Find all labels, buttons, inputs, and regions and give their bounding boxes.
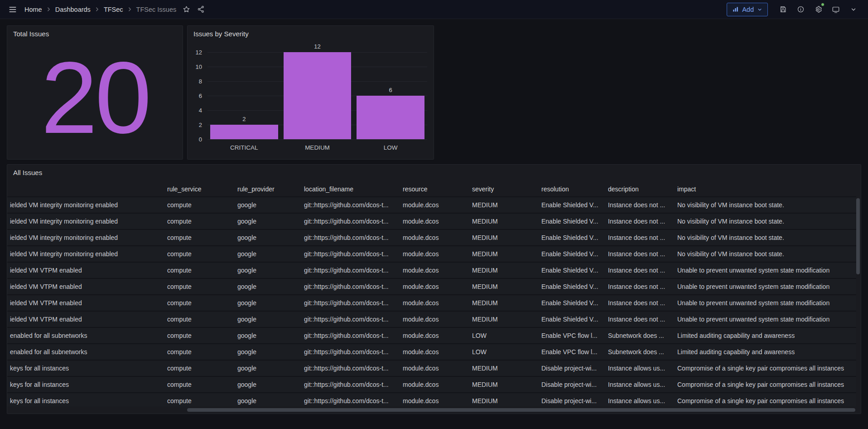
vertical-scrollbar-thumb[interactable]: [856, 198, 860, 274]
table-cell: Enable VPC flow l...: [537, 332, 603, 339]
table-cell: compute: [163, 381, 233, 388]
table-cell: MEDIUM: [468, 299, 537, 307]
table-cell: google: [233, 218, 299, 225]
breadcrumb-item-home[interactable]: Home: [24, 6, 42, 13]
table-cell: git::https://github.com/dcos-t...: [299, 234, 398, 241]
breadcrumb-item-tfsec[interactable]: TFSec: [104, 6, 123, 13]
share-button[interactable]: [193, 2, 208, 17]
navbar-more-button[interactable]: [846, 2, 861, 17]
table-cell: git::https://github.com/dcos-t...: [299, 397, 398, 405]
table-cell: Disable project-wi...: [537, 365, 603, 372]
column-header-severity[interactable]: severity: [468, 185, 537, 193]
y-axis-tick-label: 0: [199, 136, 202, 143]
navbar-left: HomeDashboardsTFSecTFSec Issues: [5, 2, 208, 17]
table-row: ielded VM VTPM enabledcomputegooglegit::…: [7, 279, 856, 295]
table-cell: module.dcos: [398, 299, 468, 307]
table-cell: google: [233, 283, 299, 290]
share-icon: [197, 5, 205, 13]
table-cell: ielded VM integrity monitoring enabled: [7, 218, 163, 225]
table-cell: ielded VM integrity monitoring enabled: [7, 201, 163, 209]
table-cell: Instance does not ...: [603, 234, 673, 241]
x-axis-labels: CRITICALMEDIUMLOW: [207, 144, 427, 152]
add-panel-icon: [732, 6, 739, 13]
table-cell: google: [233, 201, 299, 209]
table-cell: git::https://github.com/dcos-t...: [299, 299, 398, 307]
table-cell: Instance does not ...: [603, 299, 673, 307]
menu-button[interactable]: [5, 2, 20, 17]
table-row: enabled for all subnetworkscomputegoogle…: [7, 328, 856, 344]
column-header-description[interactable]: description: [603, 185, 673, 193]
table-cell: MEDIUM: [468, 234, 537, 241]
column-header-rule_service[interactable]: rule_service: [163, 185, 233, 193]
table-cell: LOW: [468, 332, 537, 339]
table-cell: Compromise of a single key pair compromi…: [673, 397, 856, 405]
table-cell: google: [233, 267, 299, 274]
table-cell: MEDIUM: [468, 267, 537, 274]
table-cell: MEDIUM: [468, 218, 537, 225]
column-header-location_filename[interactable]: location_filename: [299, 185, 398, 193]
table-row: ielded VM VTPM enabledcomputegooglegit::…: [7, 263, 856, 279]
table-row: keys for all instancescomputegooglegit::…: [7, 393, 856, 406]
dashboard-insights-button[interactable]: [793, 2, 808, 17]
table-cell: keys for all instances: [7, 381, 163, 388]
save-icon: [779, 5, 787, 13]
bar-low: [357, 96, 424, 139]
panel-title-all-issues[interactable]: All Issues: [7, 165, 48, 180]
navbar-right: Add: [727, 2, 861, 17]
table-cell: ielded VM integrity monitoring enabled: [7, 250, 163, 258]
table-cell: google: [233, 397, 299, 405]
top-navbar: HomeDashboardsTFSecTFSec Issues Add: [0, 0, 868, 19]
table-cell: ielded VM VTPM enabled: [7, 283, 163, 290]
breadcrumb-separator: [95, 7, 100, 12]
table-cell: MEDIUM: [468, 381, 537, 388]
gridline: [207, 139, 427, 140]
horizontal-scrollbar-thumb[interactable]: [187, 408, 855, 412]
table-cell: Enable Shielded V...: [537, 299, 603, 307]
column-header-rule_provider[interactable]: rule_provider: [233, 185, 299, 193]
table-cell: MEDIUM: [468, 365, 537, 372]
y-axis-labels: 024681012: [193, 52, 205, 139]
column-header-resolution[interactable]: resolution: [537, 185, 603, 193]
table-cell: Instance does not ...: [603, 218, 673, 225]
table-cell: Enable Shielded V...: [537, 201, 603, 209]
table-cell: compute: [163, 267, 233, 274]
table-cell: ielded VM integrity monitoring enabled: [7, 234, 163, 241]
column-header-resource[interactable]: resource: [398, 185, 468, 193]
table-cell: keys for all instances: [7, 397, 163, 405]
table-cell: google: [233, 316, 299, 323]
favorite-button[interactable]: [179, 2, 193, 17]
table-cell: Enable Shielded V...: [537, 283, 603, 290]
breadcrumb-item-dashboards[interactable]: Dashboards: [55, 6, 91, 13]
table-cell: Instance does not ...: [603, 283, 673, 290]
table-cell: git::https://github.com/dcos-t...: [299, 218, 398, 225]
table-cell: git::https://github.com/dcos-t...: [299, 348, 398, 356]
table-cell: google: [233, 299, 299, 307]
table-row: enabled for all subnetworkscomputegoogle…: [7, 344, 856, 361]
table-cell: Instance does not ...: [603, 316, 673, 323]
bar-value-label: 6: [389, 87, 392, 93]
dashboard-settings-button[interactable]: [811, 2, 825, 17]
table-cell: compute: [163, 201, 233, 209]
table-cell: MEDIUM: [468, 316, 537, 323]
add-button[interactable]: Add: [727, 3, 768, 16]
table-cell: module.dcos: [398, 250, 468, 258]
table-cell: git::https://github.com/dcos-t...: [299, 381, 398, 388]
y-axis-tick-label: 10: [196, 63, 202, 70]
table-cell: git::https://github.com/dcos-t...: [299, 201, 398, 209]
hamburger-icon: [8, 5, 17, 14]
table-cell: No visibility of VM instance boot state.: [673, 218, 856, 225]
breadcrumb-item-tfsec-issues: TFSec Issues: [136, 6, 177, 13]
cycle-view-mode-button[interactable]: [829, 2, 843, 17]
column-header-impact[interactable]: impact: [673, 185, 856, 193]
panel-title-total-issues[interactable]: Total Issues: [7, 26, 55, 42]
table-cell: Enable Shielded V...: [537, 316, 603, 323]
table-cell: google: [233, 348, 299, 356]
table-cell: module.dcos: [398, 234, 468, 241]
panel-title-issues-by-severity[interactable]: Issues by Severity: [188, 26, 255, 42]
save-dashboard-button[interactable]: [776, 2, 790, 17]
table-cell: compute: [163, 299, 233, 307]
table-cell: No visibility of VM instance boot state.: [673, 250, 856, 258]
severity-bar-chart: 024681012 2126 CRITICALMEDIUMLOW: [193, 43, 428, 155]
table-cell: compute: [163, 250, 233, 258]
table-cell: Disable project-wi...: [537, 397, 603, 405]
